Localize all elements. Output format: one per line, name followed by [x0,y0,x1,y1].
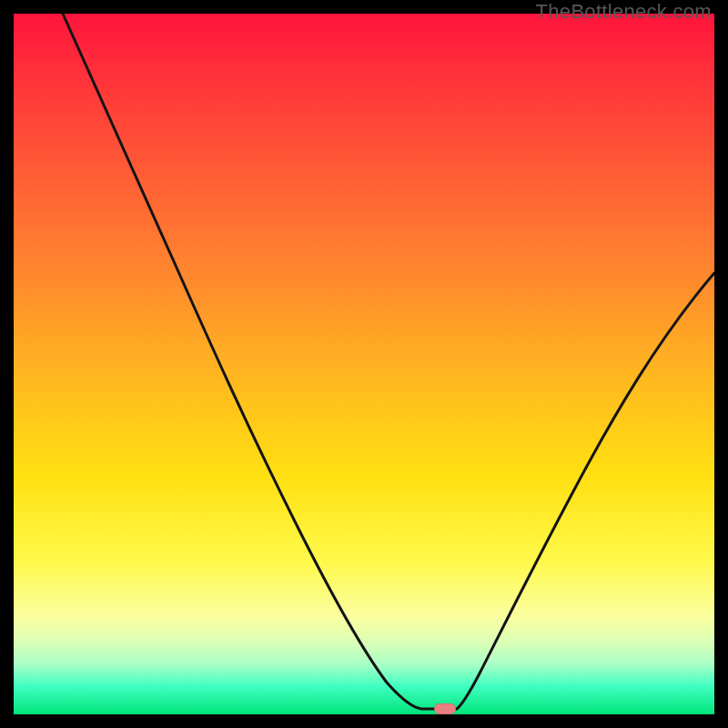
curve-path [63,14,714,709]
plot-area [14,14,714,714]
bottleneck-curve [14,14,714,714]
optimal-marker [434,703,456,714]
watermark-text: TheBottleneck.com [536,0,712,24]
chart-frame: TheBottleneck.com [0,0,728,728]
